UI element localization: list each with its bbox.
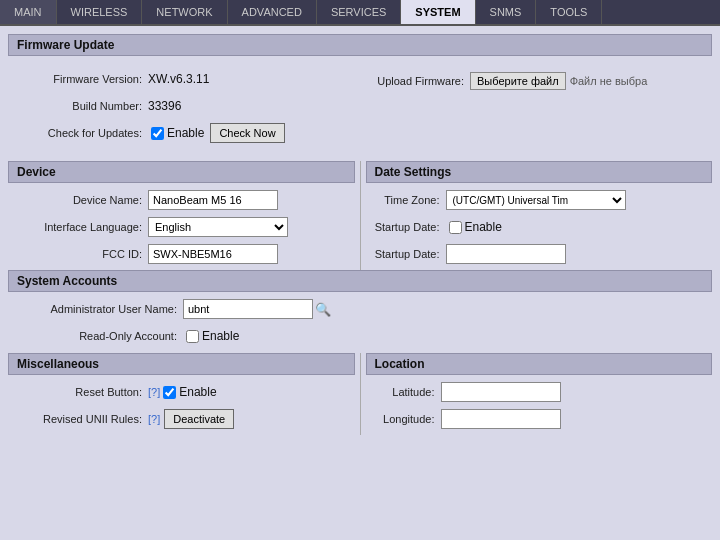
fcc-id-label: FCC ID: xyxy=(8,248,148,260)
tab-snms[interactable]: SNMS xyxy=(476,0,537,24)
longitude-input[interactable] xyxy=(441,409,561,429)
main-content: Firmware Update Firmware Version: XW.v6.… xyxy=(0,26,720,540)
device-name-input[interactable] xyxy=(148,190,278,210)
check-updates-label: Check for Updates: xyxy=(8,127,148,139)
build-number-value: 33396 xyxy=(148,99,181,113)
startup-date-enable-label: Enable xyxy=(465,220,502,234)
tab-tools[interactable]: TOOLS xyxy=(536,0,602,24)
admin-username-label: Administrator User Name: xyxy=(8,303,183,315)
tab-main[interactable]: MAIN xyxy=(0,0,57,24)
admin-username-input[interactable] xyxy=(183,299,313,319)
fcc-id-input[interactable] xyxy=(148,244,278,264)
upload-file-button[interactable]: Выберите файл xyxy=(470,72,566,90)
interface-language-select[interactable]: English xyxy=(148,217,288,237)
latitude-input[interactable] xyxy=(441,382,561,402)
readonly-account-label: Read-Only Account: xyxy=(8,330,183,342)
no-file-text: Файл не выбра xyxy=(570,75,648,87)
build-number-label: Build Number: xyxy=(8,100,148,112)
firmware-version-label: Firmware Version: xyxy=(8,73,148,85)
device-section-header: Device xyxy=(8,161,355,183)
timezone-label: Time Zone: xyxy=(366,194,446,206)
location-section: Location Latitude: Longitude: xyxy=(360,353,713,435)
firmware-update-section: Firmware Update Firmware Version: XW.v6.… xyxy=(8,34,712,155)
latitude-label: Latitude: xyxy=(366,386,441,398)
firmware-version-value: XW.v6.3.11 xyxy=(148,72,209,86)
check-now-button[interactable]: Check Now xyxy=(210,123,284,143)
unii-rules-label: Revised UNII Rules: xyxy=(8,413,148,425)
deactivate-button[interactable]: Deactivate xyxy=(164,409,234,429)
tab-advanced[interactable]: ADVANCED xyxy=(228,0,317,24)
system-accounts-header: System Accounts xyxy=(8,270,712,292)
unii-help-link[interactable]: [?] xyxy=(148,413,160,425)
readonly-account-checkbox[interactable] xyxy=(186,330,199,343)
tab-network[interactable]: NETWORK xyxy=(142,0,227,24)
longitude-label: Longitude: xyxy=(366,413,441,425)
firmware-section-header: Firmware Update xyxy=(8,34,712,56)
check-updates-checkbox[interactable] xyxy=(151,127,164,140)
firmware-right: Upload Firmware: Выберите файл Файл не в… xyxy=(360,68,712,149)
miscellaneous-section: Miscellaneous Reset Button: [?] Enable R… xyxy=(8,353,360,435)
tab-system[interactable]: SYSTEM xyxy=(401,0,475,24)
miscellaneous-header: Miscellaneous xyxy=(8,353,355,375)
top-navigation: MAIN WIRELESS NETWORK ADVANCED SERVICES … xyxy=(0,0,720,26)
firmware-left: Firmware Version: XW.v6.3.11 Build Numbe… xyxy=(8,68,360,149)
startup-date-input[interactable] xyxy=(446,244,566,264)
location-header: Location xyxy=(366,353,713,375)
date-settings-header: Date Settings xyxy=(366,161,713,183)
interface-language-label: Interface Language: xyxy=(8,221,148,233)
check-updates-enable-label: Enable xyxy=(167,126,204,140)
device-name-label: Device Name: xyxy=(8,194,148,206)
tab-wireless[interactable]: WIRELESS xyxy=(57,0,143,24)
misc-location-wrapper: Miscellaneous Reset Button: [?] Enable R… xyxy=(8,353,712,435)
startup-date-label-text: Startup Date: xyxy=(366,221,446,233)
timezone-select[interactable]: (UTC/GMT) Universal Tim xyxy=(446,190,626,210)
tab-services[interactable]: SERVICES xyxy=(317,0,401,24)
device-date-wrapper: Device Device Name: Interface Language: … xyxy=(8,161,712,270)
system-accounts-section: System Accounts Administrator User Name:… xyxy=(8,270,712,347)
startup-date-value-label: Startup Date: xyxy=(366,248,446,260)
reset-help-link[interactable]: [?] xyxy=(148,386,160,398)
readonly-enable-label: Enable xyxy=(202,329,239,343)
reset-button-label: Reset Button: xyxy=(8,386,148,398)
startup-date-checkbox[interactable] xyxy=(449,221,462,234)
admin-search-button[interactable]: 🔍 xyxy=(313,302,333,317)
device-section: Device Device Name: Interface Language: … xyxy=(8,161,360,270)
upload-firmware-label: Upload Firmware: xyxy=(360,75,470,87)
upload-area: Выберите файл Файл не выбра xyxy=(470,72,647,90)
reset-enable-label: Enable xyxy=(179,385,216,399)
date-settings-section: Date Settings Time Zone: (UTC/GMT) Unive… xyxy=(360,161,713,270)
reset-enable-checkbox[interactable] xyxy=(163,386,176,399)
